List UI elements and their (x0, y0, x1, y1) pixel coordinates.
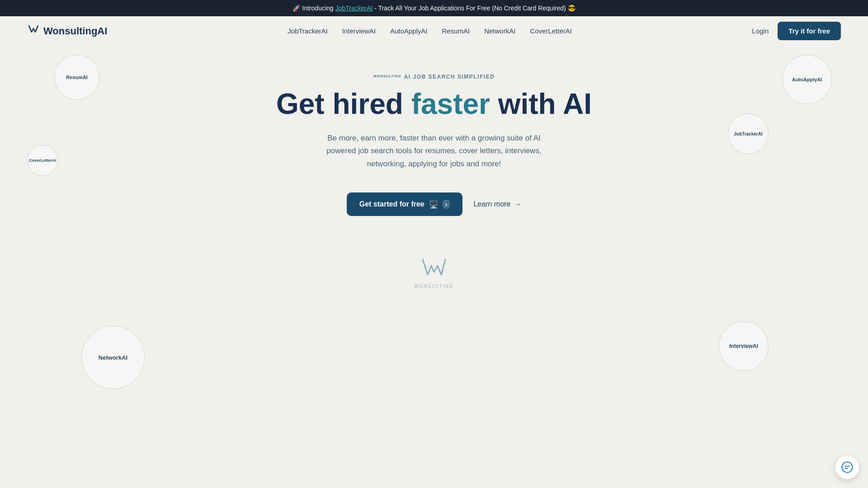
get-started-label: Get started for free (359, 200, 425, 208)
center-logo-section: WONSULTING (414, 252, 453, 289)
hero-section: WonsultingAI AI JOB SEARCH SIMPLIFIED Ge… (0, 46, 868, 307)
hero-title-part2: with AI (490, 88, 592, 120)
emoji-clipboard: 🖥️ (429, 200, 438, 209)
try-free-button[interactable]: Try it for free (778, 22, 841, 40)
float-circle-interviewai: InterviewAI (719, 321, 769, 371)
chat-bubble-button[interactable] (835, 455, 859, 479)
learn-more-arrow-icon: → (514, 200, 521, 208)
logo[interactable]: WonsultingAI (27, 23, 107, 39)
hero-cta: Get started for free 🖥️ › Learn more → (347, 192, 522, 216)
hero-brand: WonsultingAI AI JOB SEARCH SIMPLIFIED (373, 73, 495, 80)
hero-title-part1: Get hired (276, 88, 411, 120)
nav-networkai[interactable]: NetworkAI (484, 27, 515, 35)
navbar: WonsultingAI JobTrackerAI InterviewAI Au… (0, 16, 868, 46)
banner-intro-text: Introducing (302, 5, 333, 12)
nav-links: JobTrackerAI InterviewAI AutoApplyAI Res… (288, 27, 572, 35)
logo-icon (27, 23, 40, 39)
logo-text: WonsultingAI (43, 25, 107, 37)
nav-jobtrackerai[interactable]: JobTrackerAI (288, 27, 328, 35)
hero-title-highlight: faster (411, 88, 490, 120)
nav-autoapplyai[interactable]: AutoApplyAI (390, 27, 428, 35)
banner-rocket-emoji: 🚀 (292, 5, 300, 12)
nav-resumai[interactable]: ResumAI (442, 27, 470, 35)
banner-jobtrackerai-link[interactable]: JobTrackerAI (335, 5, 373, 12)
arrow-right-icon: › (443, 200, 450, 209)
wonsulting-wordmark: WONSULTING (414, 284, 453, 289)
learn-more-link[interactable]: Learn more → (473, 200, 521, 208)
hero-title: Get hired faster with AI (276, 88, 592, 121)
hero-description: Be more, earn more, faster than ever wit… (316, 132, 552, 171)
page-wrapper: ResumAI AutoApplyAI JobTrackerAI CoverLe… (0, 46, 868, 452)
nav-coverletterai[interactable]: CoverLetterAI (530, 27, 572, 35)
login-link[interactable]: Login (752, 27, 769, 35)
hero-brand-logo: WonsultingAI (373, 73, 401, 80)
svg-point-1 (842, 462, 852, 472)
nav-right: Login Try it for free (752, 22, 841, 40)
banner-rest-text: - Track All Your Job Applications For Fr… (374, 5, 566, 12)
w-logo (418, 252, 450, 284)
svg-text:WonsultingAI: WonsultingAI (373, 74, 401, 78)
banner-sunglasses-emoji: 😎 (568, 5, 576, 12)
nav-interviewai[interactable]: InterviewAI (342, 27, 376, 35)
float-circle-networkai: NetworkAI (81, 326, 145, 389)
hero-brand-subtitle: AI JOB SEARCH SIMPLIFIED (404, 74, 495, 80)
learn-more-label: Learn more (473, 200, 510, 208)
top-banner: 🚀 Introducing JobTrackerAI - Track All Y… (0, 0, 868, 16)
get-started-button[interactable]: Get started for free 🖥️ › (347, 192, 463, 216)
